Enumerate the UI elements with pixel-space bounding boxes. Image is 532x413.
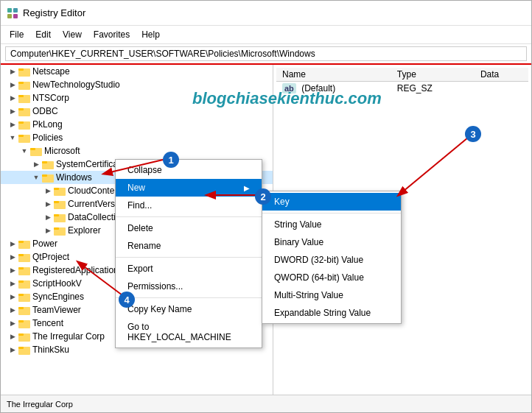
expand-registeredapps[interactable]: ▶ — [7, 264, 18, 276]
sub-ctx-qwordvalue[interactable]: QWORD (64-bit) Value — [262, 269, 401, 286]
label-odbc: ODBC — [32, 106, 58, 116]
sub-ctx-dwordvalue[interactable]: DWORD (32-bit) Value — [262, 251, 401, 269]
label-irregularcorp: The Irregular Corp — [32, 331, 105, 342]
expand-windows[interactable]: ▼ — [30, 172, 42, 183]
folder-icon — [42, 159, 54, 169]
tree-item-pklong[interactable]: ▶ PkLong — [1, 118, 273, 131]
svg-rect-35 — [18, 267, 24, 269]
expand-microsoft[interactable]: ▼ — [18, 145, 30, 157]
menu-help[interactable]: Help — [136, 27, 166, 42]
tree-item-netscape[interactable]: ▶ Netscape — [1, 65, 273, 78]
folder-icon — [18, 106, 30, 116]
expand-syncengines[interactable]: ▶ — [7, 291, 18, 303]
values-table: Name Type Data ab (Default) REG_SZ — [276, 68, 528, 95]
separator-2 — [116, 257, 262, 258]
menu-edit[interactable]: Edit — [29, 27, 57, 42]
label-qtproject: QtProject — [32, 252, 69, 262]
folder-icon — [18, 93, 30, 103]
svg-rect-43 — [18, 320, 24, 322]
folder-icon — [18, 265, 30, 275]
ctx-collapse[interactable]: Collapse — [116, 161, 262, 179]
folder-icon — [18, 305, 30, 315]
menu-bar: File Edit View Favorites Help — [1, 26, 531, 44]
svg-rect-5 — [18, 68, 24, 71]
expand-irregularcorp[interactable]: ▶ — [7, 331, 18, 342]
menu-file[interactable]: File — [4, 27, 29, 42]
expand-scripthookv[interactable]: ▶ — [7, 278, 18, 289]
ctx-new[interactable]: New ▶ — [116, 179, 262, 197]
app-icon — [7, 7, 18, 19]
ab-icon: ab — [282, 83, 296, 93]
expand-pklong[interactable]: ▶ — [7, 119, 18, 130]
folder-icon — [18, 278, 30, 289]
col-type: Type — [391, 68, 475, 82]
svg-rect-15 — [18, 135, 24, 137]
svg-rect-7 — [18, 82, 24, 84]
sub-separator-1 — [262, 213, 401, 213]
expand-policies[interactable]: ▼ — [7, 132, 18, 144]
svg-rect-45 — [18, 333, 24, 336]
expand-tencent[interactable]: ▶ — [7, 317, 18, 329]
tree-item-odbc[interactable]: ▶ ODBC — [1, 105, 273, 118]
expand-systemcerts[interactable]: ▶ — [30, 158, 42, 170]
ctx-gotohklm[interactable]: Go to HKEY_LOCAL_MACHINE — [116, 318, 262, 346]
svg-rect-13 — [18, 121, 24, 124]
expand-cloudcontent[interactable]: ▶ — [42, 185, 54, 197]
expand-teamviewer[interactable]: ▶ — [7, 304, 18, 316]
cell-type: REG_SZ — [391, 82, 475, 96]
svg-rect-25 — [54, 201, 59, 203]
svg-rect-3 — [13, 14, 18, 18]
sub-ctx-stringvalue[interactable]: String Value — [262, 216, 401, 233]
expand-datacollection[interactable]: ▶ — [42, 211, 54, 223]
label-teamviewer: TeamViewer — [32, 305, 81, 315]
tree-item-ntscorp[interactable]: ▶ NTSCorp — [1, 91, 273, 105]
sub-ctx-binaryvalue[interactable]: Binary Value — [262, 233, 401, 251]
label-ntscorp: NTSCorp — [32, 93, 69, 103]
folder-icon — [18, 119, 30, 130]
label-pklong: PkLong — [32, 119, 63, 130]
svg-rect-11 — [18, 108, 24, 110]
expand-explorer[interactable]: ▶ — [42, 225, 54, 236]
sub-context-menu: Key String Value Binary Value DWORD (32-… — [262, 191, 402, 324]
folder-icon — [54, 212, 66, 222]
expand-ntscorp[interactable]: ▶ — [7, 92, 18, 104]
menu-view[interactable]: View — [57, 27, 88, 42]
ctx-permissions[interactable]: Permissions... — [116, 278, 262, 295]
address-input[interactable] — [5, 46, 527, 61]
sub-ctx-multistringvalue[interactable]: Multi-String Value — [262, 286, 401, 304]
folder-icon — [42, 172, 54, 183]
ctx-find[interactable]: Find... — [116, 197, 262, 214]
menu-favorites[interactable]: Favorites — [88, 27, 136, 42]
ctx-delete[interactable]: Delete — [116, 219, 262, 237]
svg-rect-27 — [54, 214, 59, 216]
expand-currentversion[interactable]: ▶ — [42, 198, 54, 210]
expand-power[interactable]: ▶ — [7, 238, 18, 250]
label-tencent: Tencent — [32, 318, 63, 328]
sub-ctx-key[interactable]: Key — [262, 193, 401, 211]
svg-rect-9 — [18, 95, 24, 97]
expand-netscape[interactable]: ▶ — [7, 66, 18, 77]
label-thinksku: ThinkSku — [32, 345, 69, 355]
expand-newtechstudio[interactable]: ▶ — [7, 79, 18, 91]
expand-thinksku[interactable]: ▶ — [7, 344, 18, 356]
folder-icon — [18, 133, 30, 143]
svg-rect-41 — [18, 307, 24, 309]
tree-item-newtechstudio[interactable]: ▶ NewTechnologyStudio — [1, 78, 273, 91]
folder-icon — [18, 239, 30, 249]
folder-icon — [18, 66, 30, 77]
registry-editor-window: Registry Editor File Edit View Favorites… — [0, 0, 532, 413]
folder-icon — [54, 186, 66, 196]
ctx-rename[interactable]: Rename — [116, 237, 262, 255]
label-syncengines: SyncEngines — [32, 292, 84, 302]
expand-qtproject[interactable]: ▶ — [7, 251, 18, 263]
label-newtechstudio: NewTechnologyStudio — [32, 80, 120, 90]
tree-item-microsoft[interactable]: ▼ Microsoft — [1, 144, 273, 158]
col-name: Name — [276, 68, 391, 82]
sub-ctx-expandablestringvalue[interactable]: Expandable String Value — [262, 304, 401, 322]
table-row[interactable]: ab (Default) REG_SZ — [276, 82, 528, 96]
tree-item-policies[interactable]: ▼ Policies — [1, 131, 273, 144]
expand-odbc[interactable]: ▶ — [7, 105, 18, 117]
ctx-copykeyname[interactable]: Copy Key Name — [116, 300, 262, 318]
label-explorer: Explorer — [68, 225, 101, 236]
ctx-export[interactable]: Export — [116, 260, 262, 278]
